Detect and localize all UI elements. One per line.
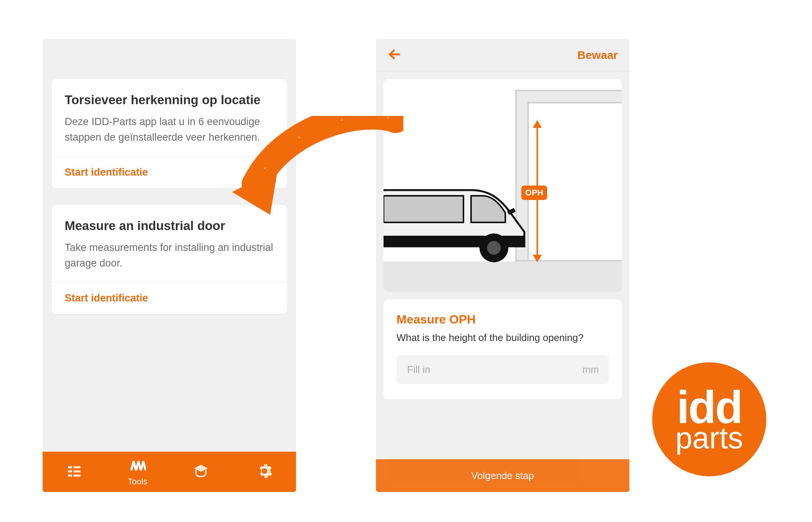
input-row: mm	[396, 355, 609, 384]
list-icon	[66, 463, 83, 481]
card-body: Torsieveer herkenning op locatie Deze ID…	[52, 79, 287, 157]
card-desc: Take measurements for installing an indu…	[65, 240, 274, 271]
measure-title: Measure OPH	[396, 313, 609, 327]
svg-rect-5	[73, 474, 80, 477]
header: Bewaar	[376, 39, 629, 71]
tools-icon	[129, 457, 146, 475]
bottom-nav: Tools	[43, 452, 296, 492]
graduation-cap-icon	[193, 463, 209, 481]
start-identification-button[interactable]: Start identificatie	[52, 282, 287, 314]
svg-rect-3	[73, 470, 80, 473]
card-desc: Deze IDD-Parts app laat u in 6 eenvoudig…	[65, 114, 274, 145]
content: OPH Measure OPH What is the height of th…	[376, 71, 629, 459]
oph-input[interactable]	[406, 363, 583, 376]
phone-screen-measure: Bewaar OPH Measure OPH	[376, 39, 629, 492]
svg-rect-2	[68, 470, 72, 473]
illustration-card: OPH	[384, 79, 622, 292]
svg-rect-1	[73, 466, 80, 468]
measure-card: Measure OPH What is the height of the bu…	[384, 300, 622, 399]
start-identification-button[interactable]: Start identificatie	[52, 157, 287, 188]
back-button[interactable]	[387, 47, 403, 63]
idd-parts-logo: idd parts	[652, 362, 766, 476]
card-title: Torsieveer herkenning op locatie	[65, 93, 274, 107]
phone-screen-tools: Torsieveer herkenning op locatie Deze ID…	[43, 39, 296, 492]
nav-item-tools[interactable]: Tools	[106, 452, 170, 492]
svg-rect-6	[384, 196, 463, 222]
cards-container: Torsieveer herkenning op locatie Deze ID…	[43, 39, 296, 452]
card-measure-door: Measure an industrial door Take measurem…	[52, 205, 287, 314]
save-button[interactable]: Bewaar	[577, 49, 618, 62]
card-torsion-spring: Torsieveer herkenning op locatie Deze ID…	[52, 79, 287, 188]
gear-icon	[256, 463, 273, 481]
svg-rect-0	[68, 466, 72, 468]
nav-item-learn[interactable]	[169, 452, 233, 492]
nav-label: Tools	[128, 477, 147, 487]
van-icon	[384, 175, 543, 262]
nav-item-settings[interactable]	[233, 452, 296, 492]
logo-line-2: parts	[675, 425, 743, 451]
arrow-left-icon	[387, 47, 403, 62]
card-title: Measure an industrial door	[65, 219, 274, 233]
nav-item-list[interactable]	[43, 452, 106, 492]
measure-question: What is the height of the building openi…	[396, 332, 609, 344]
svg-point-9	[487, 241, 501, 255]
unit-label: mm	[583, 364, 599, 376]
card-body: Measure an industrial door Take measurem…	[52, 205, 287, 282]
next-step-button[interactable]: Volgende stap	[376, 459, 629, 492]
svg-rect-4	[68, 474, 72, 477]
ground-graphic	[384, 262, 622, 292]
